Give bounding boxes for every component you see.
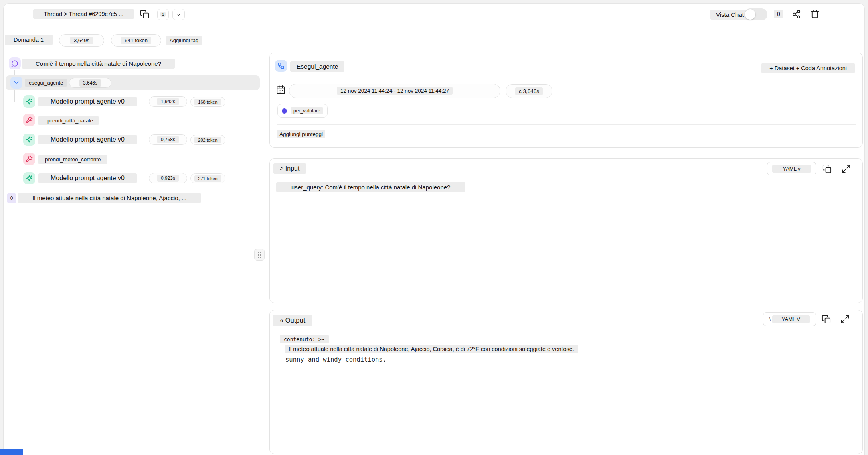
input-card: > Input YAML v user_query: Com'è il temp…: [269, 158, 863, 303]
calendar-icon: [276, 85, 286, 95]
output-line-translated: Il meteo attuale nella città natale di N…: [285, 345, 578, 353]
step-duration: 0,923s: [157, 175, 179, 182]
question-title: Domanda 1: [5, 35, 53, 45]
trash-icon: [810, 9, 819, 18]
latency-text: c 3,646s: [515, 87, 543, 95]
agent-duration: 3,646s: [79, 79, 101, 87]
tree-result-text[interactable]: Il meteo attuale nella città natale di N…: [18, 193, 201, 203]
toggle-knob: [745, 9, 755, 20]
tree-step-label[interactable]: prendi_città_natale: [38, 116, 99, 125]
output-format-value: YAML V: [772, 315, 810, 323]
sparkles-icon: [23, 172, 35, 184]
copy-icon: [140, 10, 149, 19]
output-line-raw: sunny and windy conditions.: [285, 356, 386, 363]
step-tokens-pill: 202 token: [190, 135, 225, 145]
tree-question-text[interactable]: Com'è il tempo nella città natale di Nap…: [22, 59, 175, 69]
tag-chip[interactable]: per_valutare: [277, 104, 328, 118]
topbar-divider: [4, 28, 864, 28]
sparkles-icon: [23, 134, 35, 146]
output-card: « Output \ YAML V contenuto: >- Il meteo…: [269, 310, 863, 454]
copy-thread-button[interactable]: [140, 10, 149, 19]
add-dataset-annotation-button[interactable]: + Dataset + Coda Annotazioni: [761, 63, 855, 73]
step-tokens-pill: 168 token: [190, 97, 225, 107]
copy-icon: [822, 164, 832, 173]
add-scores-button[interactable]: Aggiungi punteggi: [277, 130, 325, 138]
tree-connector: [14, 102, 22, 102]
wrench-icon: [23, 114, 35, 126]
input-yaml-content: user_query: Com'è il tempo nella città n…: [276, 182, 465, 192]
vista-chat-label: Vista Chat: [710, 10, 749, 20]
pager-value: 1: [160, 12, 166, 17]
workflow-icon: [275, 60, 287, 72]
question-duration-pill: 3,649s: [59, 34, 104, 47]
step-duration-pill: 0,768s: [149, 134, 187, 145]
question-tokens: 641 token: [121, 37, 151, 44]
wrench-icon: [23, 153, 35, 165]
output-format-mark: \: [769, 317, 771, 321]
tag-label: per_valutare: [291, 107, 323, 114]
chevron-down-icon: [13, 79, 20, 86]
grip-icon: [258, 252, 261, 258]
tree-step-label[interactable]: prendi_meteo_corrente: [38, 155, 107, 164]
yaml-indent-guide: [283, 345, 283, 367]
bottom-left-bar: [0, 449, 23, 455]
agent-span-label[interactable]: esegui_agente: [25, 79, 67, 87]
output-format-select[interactable]: \ YAML V: [763, 312, 816, 326]
copy-output-button[interactable]: [821, 315, 831, 324]
detail-title: Esegui_agente: [290, 61, 344, 72]
collapse-agent-button[interactable]: [10, 77, 22, 89]
detail-divider: [277, 124, 856, 125]
agent-duration-pill: 3,646s: [69, 78, 111, 88]
step-tokens: 202 token: [194, 137, 221, 143]
question-duration: 3,649s: [70, 37, 93, 44]
step-tokens: 271 token: [194, 175, 221, 182]
delete-button[interactable]: [810, 9, 819, 18]
pager-button[interactable]: 1: [157, 9, 169, 20]
expand-output-button[interactable]: [840, 315, 850, 324]
step-duration-pill: 0,923s: [149, 173, 187, 183]
question-tokens-pill: 641 token: [111, 34, 161, 47]
step-duration-pill: 1,942s: [149, 96, 187, 107]
detail-card: Esegui_agente + Dataset + Coda Annotazio…: [269, 53, 863, 148]
tree-step-label[interactable]: Modello prompt agente v0: [38, 97, 137, 106]
tag-dot-icon: [282, 108, 287, 114]
maximize-icon: [840, 315, 850, 324]
sparkles-icon: [23, 95, 35, 108]
left-panel-header-divider: [4, 51, 260, 51]
result-score-badge: 0: [7, 193, 16, 203]
message-circle-icon: [9, 57, 21, 69]
timerange-pill: 12 nov 2024 11:44:24 - 12 nov 2024 11:44…: [289, 84, 500, 98]
vista-chat-toggle[interactable]: [744, 8, 767, 20]
input-format-select[interactable]: YAML v: [767, 162, 816, 175]
copy-input-button[interactable]: [822, 164, 832, 173]
chevron-down-icon: [176, 12, 182, 18]
latency-pill: c 3,646s: [506, 84, 552, 98]
step-tokens-pill: 271 token: [190, 173, 225, 183]
tree-step-label[interactable]: Modello prompt agente v0: [38, 173, 137, 183]
panel-resize-handle[interactable]: [254, 249, 265, 261]
share-icon: [792, 10, 801, 19]
tree-step-label[interactable]: Modello prompt agente v0: [38, 135, 137, 144]
breadcrumb: Thread > Thread #6299c7c5 ...: [33, 9, 134, 19]
step-duration: 1,942s: [157, 98, 179, 105]
input-format-value: YAML v: [772, 165, 811, 173]
timerange-text: 12 nov 2024 11:44:24 - 12 nov 2024 11:44…: [337, 87, 453, 95]
tree-connector: [14, 70, 15, 76]
expand-thread-button[interactable]: [172, 9, 185, 20]
add-tag-button[interactable]: Aggiungi tag: [166, 36, 202, 45]
step-duration: 0,768s: [157, 136, 179, 143]
output-section-title[interactable]: « Output: [273, 315, 312, 326]
annotation-count-badge: 0: [774, 10, 783, 18]
tree-connector: [14, 90, 15, 102]
output-yaml-key: contenuto: >-: [280, 335, 329, 343]
expand-input-button[interactable]: [842, 164, 851, 173]
maximize-icon: [842, 164, 851, 173]
input-section-title[interactable]: > Input: [273, 163, 306, 174]
share-button[interactable]: [792, 10, 801, 19]
step-tokens: 168 token: [194, 99, 221, 105]
copy-icon: [821, 315, 831, 324]
